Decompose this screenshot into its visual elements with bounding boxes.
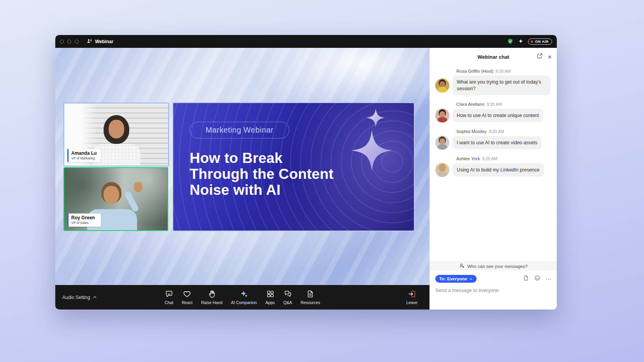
participant-name: Roy Green <box>71 215 97 220</box>
webinar-window: Webinar ON AIR <box>55 35 557 310</box>
webinar-chat-panel: Webinar chat × Rosa Griffin (Ho <box>429 48 557 310</box>
participant-role: VP of Marketing <box>71 156 97 160</box>
qa-icon <box>283 290 292 298</box>
slide-badge: Marketing Webinar <box>190 122 289 138</box>
shared-slide: Marketing Webinar How to Break Through t… <box>172 102 415 231</box>
window-close-button[interactable] <box>60 40 64 44</box>
chevron-down-icon <box>469 277 473 281</box>
raise-hand-button[interactable]: Raise Hand <box>197 285 227 310</box>
apps-button-label: Apps <box>266 300 275 305</box>
leave-icon <box>408 290 416 298</box>
avatar-clara-arellano <box>435 108 449 122</box>
chat-header: Webinar chat × <box>430 48 557 66</box>
message-bubble: How to use AI to create unique content <box>452 109 543 122</box>
chat-button-label: Chat <box>165 300 173 305</box>
chat-header-actions: × <box>537 53 552 61</box>
recipient-label: To: Everyone <box>439 276 467 281</box>
popout-icon[interactable] <box>537 53 543 61</box>
message-time: 9:20 AM <box>487 102 502 107</box>
window-minimize-button[interactable] <box>67 40 71 44</box>
resources-button-label: Resources <box>301 300 320 305</box>
nametag-roy: Roy Green VP of Sales <box>67 213 101 227</box>
chat-message: Rosa Griffin (Host)9:20 AM What are you … <box>435 69 551 95</box>
composer-actions: ⋯ <box>523 275 551 283</box>
ai-companion-button[interactable]: AI Companion <box>227 285 261 310</box>
app-title: Webinar <box>95 39 113 44</box>
message-time: 9:20 AM <box>489 129 504 134</box>
react-button-label: React <box>182 300 192 305</box>
qa-button-label: Q&A <box>283 300 292 305</box>
avatar-ashlee-york <box>435 163 449 177</box>
leave-button-label: Leave <box>406 300 417 305</box>
app-title-group: Webinar <box>86 38 113 45</box>
message-author: Rosa Griffin (Host) <box>456 69 493 73</box>
heart-icon <box>183 290 192 298</box>
audio-setting-button[interactable]: Audio Setting <box>62 295 97 300</box>
message-time: 9:20 AM <box>482 156 498 161</box>
figure-face <box>109 120 124 138</box>
slide-title-line: Through the Content <box>190 166 414 182</box>
slide-title-line: How to Break <box>190 150 414 166</box>
apps-button[interactable]: Apps <box>261 285 279 310</box>
video-stage: Amanda Lu VP of Marketing Roy Green VP o… <box>55 48 429 310</box>
close-icon[interactable]: × <box>548 54 552 60</box>
resources-button[interactable]: Resources <box>296 285 324 310</box>
titlebar-status-group: ON AIR <box>507 38 552 45</box>
window-controls <box>60 40 79 44</box>
figure-face <box>104 186 119 204</box>
more-options-icon[interactable]: ⋯ <box>545 276 551 282</box>
message-bubble: I want to use AI to create video assets <box>452 136 542 150</box>
message-author: Sophia Mosiley <box>456 129 487 134</box>
chat-message-list: Rosa Griffin (Host)9:20 AM What are you … <box>430 66 557 261</box>
message-header: Sophia Mosiley9:20 AM <box>456 129 551 134</box>
security-shield-icon[interactable] <box>507 38 514 45</box>
video-tile-roy[interactable]: Roy Green VP of Sales <box>63 167 168 231</box>
chat-button[interactable]: Chat <box>160 285 178 310</box>
ai-companion-icon <box>240 290 248 298</box>
message-time: 9:20 AM <box>496 69 511 73</box>
visibility-person-icon <box>459 263 465 269</box>
message-bubble: What are you trying to get out of today'… <box>452 75 551 95</box>
slide-title-line: Noise with AI <box>190 182 414 198</box>
apps-icon <box>266 290 274 298</box>
chat-panel-title: Webinar chat <box>477 54 509 60</box>
recipient-selector[interactable]: To: Everyone <box>435 275 477 283</box>
visibility-note-text: Who can see your messages? <box>467 264 528 269</box>
on-air-dot <box>531 40 533 43</box>
chat-message: Ashlee York9:20 AM Using AI to build my … <box>435 156 551 177</box>
on-air-label: ON AIR <box>535 40 549 44</box>
meeting-toolbar: Audio Setting Chat <box>55 285 429 310</box>
video-tile-amanda[interactable]: Amanda Lu VP of Marketing <box>63 103 169 166</box>
qa-button[interactable]: Q&A <box>279 285 296 310</box>
raise-hand-button-label: Raise Hand <box>201 300 222 305</box>
webinar-icon <box>86 38 92 45</box>
sparkle-decoration-small <box>366 108 385 127</box>
message-header: Rosa Griffin (Host)9:20 AM <box>456 69 551 73</box>
ai-companion-button-label: AI Companion <box>231 300 257 305</box>
leave-button[interactable]: Leave <box>402 285 422 310</box>
slide-title: How to Break Through the Content Noise w… <box>190 150 414 198</box>
avatar-sophia-mosiley <box>435 136 449 150</box>
chat-icon <box>165 290 173 298</box>
on-air-badge: ON AIR <box>528 38 552 45</box>
participant-role: VP of Sales <box>71 221 97 225</box>
message-bubble: Using AI to build my LinkedIn presence <box>452 163 544 177</box>
message-visibility-note[interactable]: Who can see your messages? <box>430 261 557 271</box>
window-maximize-button[interactable] <box>75 40 79 44</box>
emoji-icon[interactable] <box>534 275 540 283</box>
message-header: Ashlee York9:20 AM <box>456 156 551 161</box>
resources-icon <box>306 290 315 298</box>
ai-sparkle-icon[interactable] <box>518 38 524 44</box>
chat-footer: Who can see your messages? To: Everyone <box>430 261 557 310</box>
attach-file-icon[interactable] <box>523 275 529 283</box>
message-input[interactable] <box>435 288 551 293</box>
participant-name: Amanda Lu <box>71 150 97 156</box>
audio-setting-label: Audio Setting <box>62 295 90 300</box>
raise-hand-icon <box>208 290 216 298</box>
toolbar-button-group: Chat React <box>160 285 324 310</box>
message-header: Clara Arellano9:20 AM <box>456 102 551 107</box>
chat-message: Clara Arellano9:20 AM How to use AI to c… <box>435 102 551 122</box>
main-area: Amanda Lu VP of Marketing Roy Green VP o… <box>55 48 557 310</box>
chat-message: Sophia Mosiley9:20 AM I want to use AI t… <box>435 129 551 150</box>
react-button[interactable]: React <box>178 285 197 310</box>
